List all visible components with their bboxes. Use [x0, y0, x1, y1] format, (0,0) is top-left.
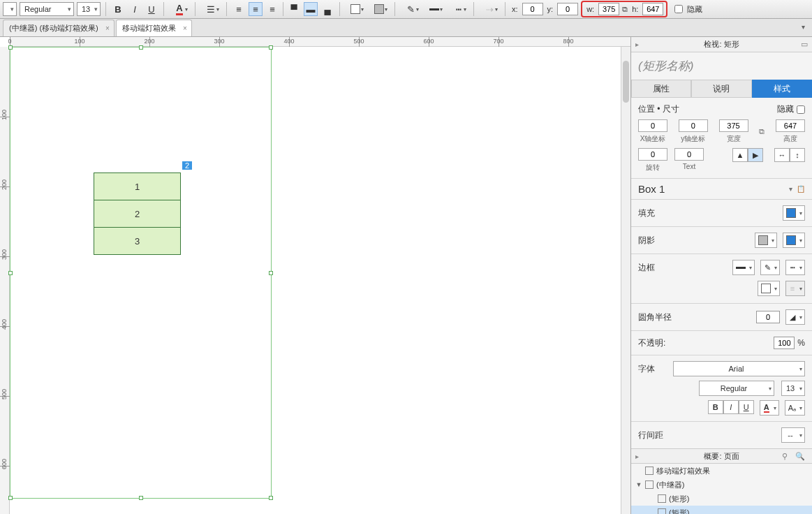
- y-input[interactable]: [557, 3, 578, 15]
- tab-label: (中继器) (移动端灯箱效果): [9, 23, 98, 34]
- line-style-dropdown[interactable]: ┅: [448, 2, 468, 16]
- border-pattern-dropdown[interactable]: ≡: [785, 281, 805, 296]
- lock-aspect-icon[interactable]: ⧉: [759, 127, 765, 136]
- insp-y-input[interactable]: [679, 119, 708, 132]
- row-shadow: 阴影: [631, 227, 812, 254]
- repeater-cell[interactable]: 2: [94, 200, 181, 228]
- close-icon[interactable]: ×: [183, 24, 187, 32]
- tab-lightbox-page[interactable]: 移动端灯箱效果 ×: [116, 20, 192, 36]
- y-label: y:: [546, 5, 555, 13]
- insp-x-input[interactable]: [638, 119, 667, 132]
- x-label: x:: [510, 5, 519, 13]
- section-header: 位置 • 尺寸: [638, 103, 679, 115]
- line-color-dropdown[interactable]: ✎: [400, 2, 421, 16]
- rect-icon: [658, 494, 666, 503]
- rect-icon: [658, 508, 666, 514]
- pin-icon[interactable]: ▸: [635, 453, 639, 460]
- outer-shadow-dropdown[interactable]: [755, 233, 777, 248]
- fill-color-dropdown[interactable]: [783, 205, 805, 221]
- tab-properties[interactable]: 属性: [631, 80, 691, 98]
- h-input[interactable]: [642, 3, 663, 15]
- canvas[interactable]: 2 123: [10, 47, 621, 514]
- border-width-dropdown[interactable]: [732, 260, 755, 275]
- fit-width-button[interactable]: ↔: [774, 148, 790, 162]
- opacity-input[interactable]: [774, 337, 795, 349]
- insp-h-input[interactable]: [776, 119, 805, 132]
- w-input[interactable]: [598, 3, 619, 15]
- shadow-outer-dropdown[interactable]: [369, 2, 390, 16]
- italic-button[interactable]: I: [128, 2, 142, 16]
- outline-item[interactable]: (矩形): [631, 492, 812, 506]
- tab-style[interactable]: 样式: [752, 80, 812, 98]
- outline-item[interactable]: ▼(中继器): [631, 478, 812, 492]
- tab-repeater-page[interactable]: (中继器) (移动端灯箱效果) ×: [3, 20, 115, 36]
- lock-aspect-icon[interactable]: ⧉: [622, 5, 628, 14]
- align-center-button[interactable]: ≡: [249, 2, 263, 16]
- font-size-dropdown[interactable]: 13: [781, 381, 805, 396]
- valign-bottom-button[interactable]: ▄: [320, 2, 334, 16]
- canvas-area[interactable]: 0100200300400500600700800 10020030040050…: [0, 37, 630, 514]
- flip-v-button[interactable]: ▶: [748, 148, 763, 162]
- border-style-dropdown[interactable]: ┅: [785, 260, 805, 275]
- close-icon[interactable]: ×: [105, 24, 110, 32]
- insp-rot-input[interactable]: [638, 148, 667, 161]
- align-right-button[interactable]: ≡: [265, 2, 279, 16]
- page-icon[interactable]: ▭: [801, 40, 808, 49]
- inspector-panel: ▸ 检视: 矩形 ▭ (矩形名称) 属性 说明 样式 位置 • 尺寸 隐藏 X轴…: [630, 37, 812, 514]
- corner-per-side-dropdown[interactable]: ◢: [785, 309, 805, 325]
- style-preset-dropdown[interactable]: Box 1 ▾ 📋: [631, 179, 812, 200]
- fit-height-button[interactable]: ↕: [790, 148, 805, 162]
- tabs-overflow-dropdown[interactable]: ▾: [802, 23, 805, 31]
- underline-button[interactable]: U: [145, 2, 158, 16]
- flip-group: ▲ ▶: [732, 148, 763, 162]
- valign-top-button[interactable]: ▀: [287, 2, 301, 16]
- outline-tools[interactable]: ⚲ 🔍: [782, 452, 808, 461]
- page-icon: [645, 467, 654, 475]
- insp-textrot-input[interactable]: [674, 148, 704, 161]
- insp-w-input[interactable]: [719, 119, 748, 132]
- text-case-dropdown[interactable]: Aₐ: [785, 400, 805, 416]
- row-line-spacing: 行间距 --: [631, 422, 812, 448]
- font-family-dropdown[interactable]: [3, 2, 17, 16]
- text-color-dropdown[interactable]: A: [760, 400, 779, 416]
- hidden-checkbox[interactable]: [674, 5, 683, 13]
- font-weight-dropdown[interactable]: Regular: [20, 2, 74, 16]
- hide-checkbox[interactable]: [797, 105, 805, 114]
- tab-label: 移动端灯箱效果: [122, 23, 176, 34]
- document-tabs: (中继器) (移动端灯箱效果) × 移动端灯箱效果 × ▾: [0, 19, 812, 37]
- flip-h-button[interactable]: ▲: [732, 148, 748, 162]
- repeater-cell[interactable]: 1: [94, 172, 181, 200]
- arrow-dropdown[interactable]: ⇢: [479, 2, 500, 16]
- bold-button[interactable]: B: [111, 2, 125, 16]
- border-visibility-dropdown[interactable]: [758, 281, 780, 296]
- list-dropdown[interactable]: ☰: [200, 2, 221, 16]
- outline-tree[interactable]: 移动端灯箱效果▼(中继器)(矩形)(矩形): [631, 464, 812, 514]
- underline-button[interactable]: U: [739, 400, 754, 414]
- border-color-dropdown[interactable]: ✎: [760, 260, 780, 275]
- outline-title: ▸ 概要: 页面 ⚲ 🔍: [631, 448, 812, 464]
- bold-button[interactable]: B: [708, 400, 723, 414]
- scrollbar-vertical[interactable]: [621, 47, 630, 514]
- line-spacing-dropdown[interactable]: --: [781, 427, 805, 443]
- inner-shadow-dropdown[interactable]: [783, 233, 805, 248]
- object-name-field[interactable]: (矩形名称): [631, 52, 812, 80]
- repeater-widget[interactable]: 2 123: [94, 172, 181, 255]
- italic-button[interactable]: I: [723, 400, 739, 414]
- tab-notes[interactable]: 说明: [691, 80, 751, 98]
- outline-item[interactable]: 移动端灯箱效果: [631, 464, 812, 478]
- valign-middle-button[interactable]: ▬: [304, 2, 318, 16]
- line-width-dropdown[interactable]: [424, 2, 445, 16]
- text-color-dropdown[interactable]: A: [169, 2, 190, 16]
- font-weight-dropdown[interactable]: Regular: [699, 381, 774, 396]
- h-label: h:: [630, 5, 640, 13]
- font-size-dropdown[interactable]: 13: [77, 2, 101, 16]
- outline-item[interactable]: (矩形): [631, 506, 812, 514]
- corner-radius-input[interactable]: [756, 311, 780, 323]
- pin-icon[interactable]: ▸: [635, 41, 639, 48]
- x-input[interactable]: [522, 3, 543, 15]
- fill-color-dropdown[interactable]: [345, 2, 366, 16]
- align-left-button[interactable]: ≡: [232, 2, 246, 16]
- selection-rect[interactable]: [10, 47, 272, 499]
- repeater-cell[interactable]: 3: [94, 227, 181, 255]
- font-family-dropdown[interactable]: Arial: [673, 361, 805, 376]
